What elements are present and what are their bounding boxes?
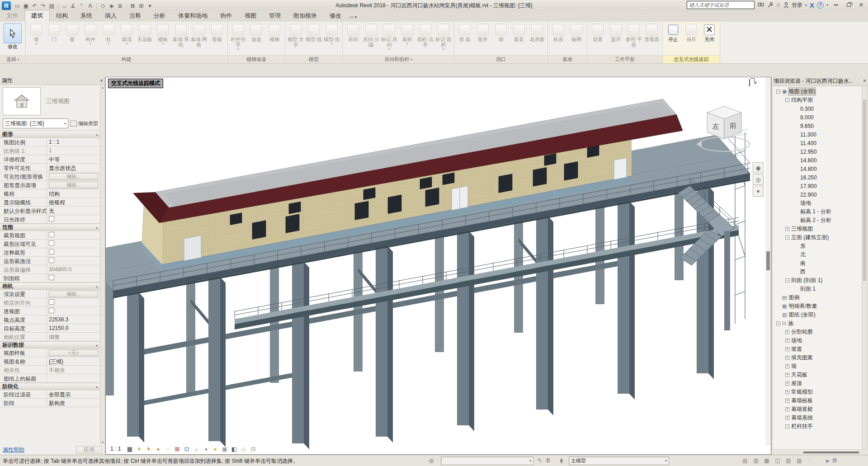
property-value[interactable]: <无> [47, 348, 100, 357]
navigation-wheel-icon[interactable]: ◉ [753, 162, 764, 173]
tab-视图[interactable]: 视图 [238, 10, 263, 22]
section-header-阶段化[interactable]: 阶段化▴ [0, 383, 100, 390]
browser-scrollbar[interactable] [862, 86, 867, 449]
lighting-icon[interactable]: ○ [164, 445, 171, 453]
drag-elements-icon[interactable]: ▨ [796, 457, 803, 464]
tab-建筑[interactable]: 建筑 [24, 10, 50, 22]
tree-item-坡道[interactable]: +坡道 [773, 345, 861, 353]
unlocked-3d-view-icon[interactable]: ⌂ [192, 445, 200, 453]
property-value[interactable] [47, 307, 100, 315]
reveal-hidden-elements-icon[interactable]: ● [211, 445, 219, 453]
scroll-up-icon[interactable]: ▲ [101, 86, 104, 89]
tree-item-标高 2 - 分析[interactable]: 标高 2 - 分析 [773, 216, 861, 225]
property-value[interactable]: 编辑... [47, 181, 100, 189]
tree-item-场地[interactable]: 场地 [773, 199, 861, 207]
viewport-scrollbar[interactable] [765, 77, 771, 445]
browser-hscrollbar[interactable] [772, 450, 868, 455]
tool-修改[interactable]: 修改 [1, 23, 24, 49]
tab-管理[interactable]: 管理 [263, 10, 287, 22]
undo-icon[interactable]: ↶ [31, 2, 38, 10]
tree-item-标高 1 - 分析[interactable]: 标高 1 - 分析 [773, 207, 861, 216]
tree-item-幕墙竖梃[interactable]: +幕墙竖梃 [773, 405, 861, 414]
tree-item-幕墙嵌板[interactable]: +幕墙嵌板 [773, 396, 861, 405]
properties-scrollbar[interactable]: ▲ ▼ [100, 85, 105, 445]
tree-item-视图 (全部)[interactable]: −▣视图 (全部) [773, 87, 861, 96]
redo-icon[interactable]: ↷ [39, 2, 47, 10]
property-value[interactable] [47, 215, 100, 223]
tree-item-天花板[interactable]: +天花板 [773, 371, 861, 379]
expander-icon[interactable]: + [785, 390, 789, 394]
property-value[interactable] [47, 274, 100, 282]
tree-item-屋顶[interactable]: +屋顶 [773, 379, 861, 388]
edit-type-button[interactable]: 编辑类型 [70, 120, 98, 127]
tree-item-9.650[interactable]: 9.650 [773, 122, 861, 130]
property-value[interactable]: 中等 [47, 155, 100, 163]
sun-path-icon[interactable]: ☀ [135, 445, 143, 453]
property-value[interactable]: 新构造 [47, 399, 100, 407]
hide-analytical-model-icon[interactable]: ◧ [230, 445, 238, 453]
property-value[interactable] [47, 257, 100, 265]
tree-item-8.000[interactable]: 8.000 [773, 113, 861, 122]
design-options-icon[interactable]: ⧫ [558, 457, 565, 464]
expander-icon[interactable]: + [785, 347, 789, 351]
tree-item-剖面 1[interactable]: 剖面 1 [773, 285, 861, 293]
property-value[interactable]: 显示原状态 [47, 164, 100, 172]
scroll-down-icon[interactable]: ▼ [101, 441, 104, 444]
checkbox[interactable] [49, 275, 54, 280]
property-value[interactable]: 1 : 1 [47, 138, 100, 146]
property-value[interactable]: 编辑... [47, 172, 100, 180]
edit-button[interactable]: 编辑... [49, 182, 98, 188]
property-value[interactable]: 无 [47, 207, 100, 215]
checkbox[interactable] [49, 308, 54, 313]
switch-windows-icon[interactable]: ⊞ [137, 2, 145, 10]
property-value[interactable]: 12150.0 [47, 324, 100, 332]
revit-logo-icon[interactable]: R [2, 1, 11, 10]
minimize-button[interactable] [831, 1, 841, 9]
tree-item-立面 (建筑立面)[interactable]: −立面 (建筑立面) [773, 233, 861, 242]
crop-view-icon[interactable]: ⊠ [173, 445, 181, 453]
type-selector[interactable]: 三维视图: {三维}▾ [3, 118, 68, 128]
expander-icon[interactable]: + [785, 373, 789, 377]
show-rendering-dialog-icon[interactable]: ● [154, 445, 162, 453]
restore-button[interactable] [844, 1, 854, 9]
reveal-constraints-icon[interactable]: ⊟ [249, 445, 257, 453]
expander-icon[interactable]: − [776, 89, 780, 94]
property-value[interactable] [47, 248, 100, 256]
browser-scroll-thumb[interactable] [863, 100, 866, 281]
expander-icon[interactable]: + [785, 339, 789, 343]
edit-button[interactable]: 编辑... [49, 291, 98, 297]
default-3d-view-icon[interactable]: ◇ [99, 2, 107, 10]
expander-icon[interactable]: − [776, 321, 780, 325]
tree-item-12.950[interactable]: 12.950 [773, 147, 861, 156]
expander-icon[interactable]: − [785, 424, 789, 428]
expander-icon[interactable]: + [785, 227, 789, 231]
properties-close-icon[interactable]: × [100, 78, 103, 84]
tree-item-西[interactable]: 西 [773, 268, 861, 276]
property-value[interactable] [47, 298, 100, 306]
property-value[interactable]: 按规程 [47, 198, 100, 206]
tree-item-南[interactable]: 南 [773, 259, 861, 268]
tree-item-常规模型[interactable]: +常规模型 [773, 388, 861, 396]
section-header-相机[interactable]: 相机▴ [0, 282, 100, 290]
background-process-icon[interactable]: ◌ [807, 457, 814, 464]
browser-hscroll-thumb[interactable] [803, 452, 859, 453]
tree-item-场地[interactable]: +场地 [773, 336, 861, 345]
apply-button[interactable]: 应用 [76, 446, 102, 454]
tree-item-北[interactable]: 北 [773, 250, 861, 259]
show-crop-region-icon[interactable]: ⊡ [183, 445, 190, 453]
panel-label-选择[interactable]: 选择▾ [0, 55, 25, 63]
tab-协作[interactable]: 协作 [214, 10, 238, 22]
tree-item-填充图案[interactable]: +填充图案 [773, 353, 861, 362]
visual-style-icon[interactable]: ▦ [126, 445, 133, 453]
property-value[interactable]: 编辑... [47, 290, 100, 298]
tree-item-14.600[interactable]: 14.600 [773, 156, 861, 165]
select-by-face-icon[interactable]: ▧ [785, 457, 792, 464]
checkbox[interactable] [49, 299, 54, 305]
tree-item-明细表/数量[interactable]: ▦明细表/数量 [773, 302, 861, 311]
measure-icon[interactable]: ↔ [61, 2, 68, 10]
expander-icon[interactable]: + [785, 381, 789, 386]
expander-icon[interactable]: − [785, 235, 789, 240]
zoom-icon[interactable]: ◎ [753, 174, 764, 185]
section-icon[interactable]: ◈ [108, 2, 115, 10]
expander-icon[interactable]: − [785, 98, 789, 102]
